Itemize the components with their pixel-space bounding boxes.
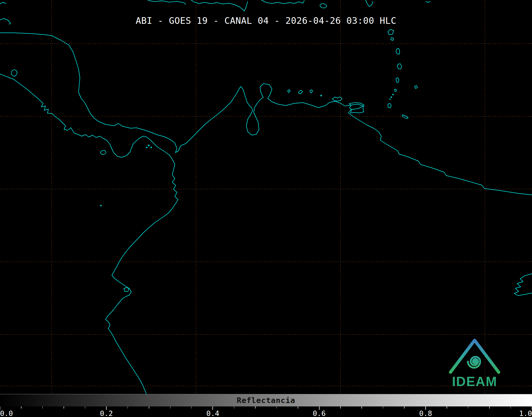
colorbar-minor-tick xyxy=(128,406,128,409)
colorbar-tick-label: 0.4 xyxy=(206,410,219,417)
colorbar-minor-tick xyxy=(149,406,149,409)
colorbar-minor-tick xyxy=(255,406,256,409)
ideam-logo-mark xyxy=(447,332,503,374)
islands xyxy=(11,4,417,292)
colorbar-tick-label: 1.0 xyxy=(519,410,532,417)
colorbar-minor-tick xyxy=(489,406,490,409)
colorbar-minor-tick xyxy=(64,406,64,409)
ideam-logo-text: IDEAM xyxy=(447,375,503,388)
colorbar-tick-label: 0.2 xyxy=(100,410,113,417)
ideam-logo: IDEAM xyxy=(447,332,503,390)
river-line xyxy=(514,274,532,296)
colorbar-tick-label: 0.6 xyxy=(313,410,326,417)
coastline-pacific xyxy=(0,74,178,394)
colorbar-minor-tick xyxy=(85,406,85,409)
colorbar-tick-label: 0.0 xyxy=(0,410,13,417)
satellite-image-figure: ABI - GOES 19 - CANAL 04 - 2026-04-26 03… xyxy=(0,0,532,417)
colorbar: Reflectancia xyxy=(0,394,532,406)
colorbar-label: Reflectancia xyxy=(0,394,532,406)
colorbar-minor-tick xyxy=(276,406,277,409)
colorbar-minor-tick xyxy=(191,406,192,409)
colorbar-minor-tick xyxy=(468,406,469,409)
image-title: ABI - GOES 19 - CANAL 04 - 2026-04-26 03… xyxy=(0,15,532,26)
colorbar-minor-tick xyxy=(42,406,43,409)
colorbar-minor-tick xyxy=(362,406,362,409)
coastline-caribbean-south-america xyxy=(0,33,532,195)
colorbar-minor-tick xyxy=(21,406,22,409)
colorbar-minor-tick xyxy=(447,406,447,409)
colorbar-tick-label: 0.8 xyxy=(419,410,432,417)
colorbar-minor-tick xyxy=(298,406,298,409)
hurricane-swirl-icon xyxy=(468,357,480,368)
colorbar-minor-tick xyxy=(511,406,511,409)
colorbar-minor-tick xyxy=(404,406,405,409)
map-area: ABI - GOES 19 - CANAL 04 - 2026-04-26 03… xyxy=(0,0,532,394)
colorbar-minor-tick xyxy=(383,406,383,409)
colorbar-minor-tick xyxy=(340,406,341,409)
colorbar-minor-tick xyxy=(170,406,171,409)
colorbar-ticks: 0.00.20.40.60.81.0 xyxy=(0,406,532,417)
colorbar-minor-tick xyxy=(234,406,234,409)
